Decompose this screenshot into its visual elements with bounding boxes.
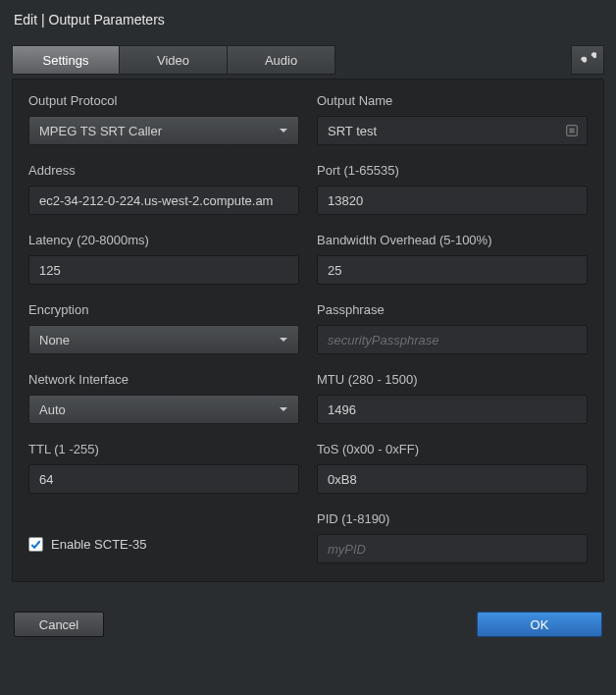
label-passphrase: Passphrase bbox=[317, 302, 588, 317]
tab-video-label: Video bbox=[157, 53, 189, 68]
cancel-button[interactable]: Cancel bbox=[14, 612, 104, 637]
label-tos: ToS (0x00 - 0xFF) bbox=[317, 442, 588, 456]
input-output-name-wrap[interactable] bbox=[317, 116, 588, 145]
settings-panel: Output Protocol MPEG TS SRT Caller Outpu… bbox=[12, 79, 604, 582]
tab-audio-label: Audio bbox=[265, 53, 297, 68]
label-mtu: MTU (280 - 1500) bbox=[317, 372, 588, 387]
field-bandwidth: Bandwidth Overhead (5-100%) bbox=[317, 223, 588, 285]
input-passphrase-wrap[interactable] bbox=[317, 325, 588, 354]
input-port-wrap[interactable] bbox=[317, 186, 588, 215]
ok-button-label: OK bbox=[531, 617, 549, 632]
label-network-interface: Network Interface bbox=[28, 372, 299, 387]
chevron-down-icon bbox=[279, 124, 288, 138]
tab-video[interactable]: Video bbox=[120, 45, 228, 75]
tools-button[interactable] bbox=[571, 45, 604, 75]
field-output-protocol: Output Protocol MPEG TS SRT Caller bbox=[28, 93, 299, 145]
select-network-interface-value: Auto bbox=[39, 402, 66, 417]
input-address-wrap[interactable] bbox=[28, 186, 299, 215]
label-pid: PID (1-8190) bbox=[317, 511, 588, 526]
tab-settings-label: Settings bbox=[43, 53, 89, 68]
input-bandwidth[interactable] bbox=[328, 263, 577, 278]
checkbox-scte35-row: Enable SCTE-35 bbox=[28, 529, 299, 559]
settings-grid: Output Protocol MPEG TS SRT Caller Outpu… bbox=[28, 93, 588, 563]
footer: Cancel OK bbox=[0, 602, 616, 651]
label-scte35: Enable SCTE-35 bbox=[51, 537, 147, 552]
chevron-down-icon bbox=[279, 333, 288, 348]
tools-icon bbox=[579, 50, 596, 71]
input-mtu-wrap[interactable] bbox=[317, 395, 588, 424]
field-network-interface: Network Interface Auto bbox=[28, 362, 299, 424]
field-latency: Latency (20-8000ms) bbox=[28, 223, 299, 285]
tab-row: Settings Video Audio bbox=[0, 45, 616, 75]
tab-settings[interactable]: Settings bbox=[12, 45, 120, 75]
chevron-down-icon bbox=[279, 402, 288, 417]
tab-audio[interactable]: Audio bbox=[228, 45, 335, 75]
field-output-name: Output Name bbox=[317, 93, 588, 145]
input-pid[interactable] bbox=[328, 542, 577, 557]
label-bandwidth: Bandwidth Overhead (5-100%) bbox=[317, 233, 588, 247]
field-address: Address bbox=[28, 153, 299, 215]
label-address: Address bbox=[28, 163, 299, 178]
input-pid-wrap[interactable] bbox=[317, 534, 588, 563]
input-ttl[interactable] bbox=[39, 472, 288, 487]
input-mtu[interactable] bbox=[328, 402, 577, 417]
input-bandwidth-wrap[interactable] bbox=[317, 255, 588, 285]
window-title: Edit | Output Parameters bbox=[14, 12, 165, 27]
input-latency[interactable] bbox=[39, 263, 288, 278]
ok-button[interactable]: OK bbox=[477, 612, 602, 637]
label-latency: Latency (20-8000ms) bbox=[28, 233, 299, 247]
select-output-protocol[interactable]: MPEG TS SRT Caller bbox=[28, 116, 299, 145]
field-scte35: Enable SCTE-35 bbox=[28, 502, 299, 563]
field-port: Port (1-65535) bbox=[317, 153, 588, 215]
checkbox-scte35[interactable] bbox=[28, 537, 43, 552]
label-port: Port (1-65535) bbox=[317, 163, 588, 178]
title-bar: Edit | Output Parameters bbox=[0, 0, 616, 39]
label-output-protocol: Output Protocol bbox=[28, 93, 299, 108]
input-tos[interactable] bbox=[328, 472, 577, 487]
input-port[interactable] bbox=[328, 193, 577, 208]
input-tos-wrap[interactable] bbox=[317, 464, 588, 494]
label-ttl: TTL (1 -255) bbox=[28, 442, 299, 456]
label-output-name: Output Name bbox=[317, 93, 588, 108]
cancel-button-label: Cancel bbox=[39, 617, 78, 632]
field-pid: PID (1-8190) bbox=[317, 502, 588, 563]
field-tos: ToS (0x00 - 0xFF) bbox=[317, 432, 588, 494]
input-latency-wrap[interactable] bbox=[28, 255, 299, 285]
label-encryption: Encryption bbox=[28, 302, 299, 317]
select-network-interface[interactable]: Auto bbox=[28, 395, 299, 424]
select-encryption[interactable]: None bbox=[28, 325, 299, 354]
select-encryption-value: None bbox=[39, 333, 70, 348]
input-address[interactable] bbox=[39, 193, 288, 208]
input-passphrase[interactable] bbox=[328, 333, 577, 348]
input-output-name[interactable] bbox=[328, 124, 577, 138]
select-output-protocol-value: MPEG TS SRT Caller bbox=[39, 124, 162, 138]
list-icon[interactable] bbox=[565, 124, 579, 137]
field-ttl: TTL (1 -255) bbox=[28, 432, 299, 494]
field-encryption: Encryption None bbox=[28, 293, 299, 354]
input-ttl-wrap[interactable] bbox=[28, 464, 299, 494]
field-mtu: MTU (280 - 1500) bbox=[317, 362, 588, 424]
field-passphrase: Passphrase bbox=[317, 293, 588, 354]
